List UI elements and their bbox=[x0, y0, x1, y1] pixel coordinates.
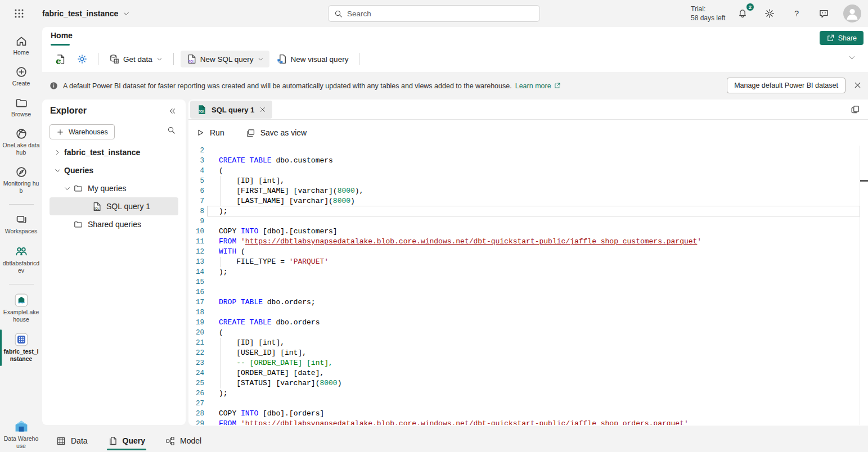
code-text: [STATUS] [varchar](8000) bbox=[219, 378, 341, 388]
query-tab[interactable]: SQL SQL query 1 bbox=[190, 101, 272, 119]
nav-rail-item-onelake-data-hub[interactable]: OneLake data hub bbox=[0, 128, 42, 156]
code-text: ); bbox=[219, 388, 228, 399]
close-tab-icon[interactable] bbox=[259, 106, 266, 113]
help-button[interactable]: ? bbox=[789, 6, 804, 21]
home-icon bbox=[15, 35, 28, 47]
global-search[interactable] bbox=[328, 5, 540, 22]
chevron-down-icon bbox=[156, 56, 163, 62]
nav-rail: Home Create Browse OneLake data hub Moni… bbox=[0, 27, 42, 452]
code-line-22[interactable]: 22 [USER_ID] [int], bbox=[188, 348, 868, 358]
bottom-tab-query[interactable]: Query bbox=[108, 430, 145, 452]
new-sql-query-button[interactable]: SQL New SQL query bbox=[181, 51, 269, 67]
tree-item-queries[interactable]: Queries bbox=[50, 161, 178, 179]
line-number: 2 bbox=[188, 146, 204, 156]
get-data-button[interactable]: Get data bbox=[105, 51, 167, 67]
account-avatar[interactable] bbox=[843, 4, 861, 22]
feedback-button[interactable] bbox=[816, 6, 831, 21]
line-number: 24 bbox=[188, 368, 204, 378]
tree-item-label: Shared queries bbox=[88, 220, 141, 229]
ribbon-tab-home[interactable]: Home bbox=[51, 31, 73, 40]
tree-item-fabric-test-instance[interactable]: fabric_test_instance bbox=[50, 143, 178, 161]
code-line-23[interactable]: 23 -- [ORDER_DATE] [int], bbox=[188, 358, 868, 368]
share-button[interactable]: Share bbox=[820, 31, 863, 45]
code-line-18[interactable]: 18 bbox=[188, 308, 868, 318]
nav-rail-item-data-warehouse[interactable]: Data Warehouse bbox=[0, 419, 42, 450]
code-text: CREATE TABLE dbo.orders bbox=[219, 318, 320, 328]
monitoring-icon bbox=[15, 166, 28, 178]
code-line-29[interactable]: 29FROM 'https://dbtlabsynapsedatalake.bl… bbox=[188, 419, 868, 425]
refresh-settings-button[interactable] bbox=[51, 51, 70, 67]
nav-rail-item-examplelakehouse[interactable]: ExampleLakehouse bbox=[0, 293, 42, 323]
code-line-3[interactable]: 3CREATE TABLE dbo.customers bbox=[188, 156, 868, 166]
code-line-5[interactable]: 5 [ID] [int], bbox=[188, 176, 868, 186]
add-warehouses-button[interactable]: Warehouses bbox=[50, 124, 115, 139]
code-line-7[interactable]: 7 [LAST_NAME] [varchar](8000) bbox=[188, 196, 868, 206]
code-editor[interactable]: 23CREATE TABLE dbo.customers4(5 [ID] [in… bbox=[188, 146, 868, 425]
nav-rail-item-create[interactable]: Create bbox=[0, 66, 42, 87]
app-launcher-icon[interactable] bbox=[12, 7, 26, 20]
banner-close-icon[interactable] bbox=[853, 81, 862, 89]
code-line-27[interactable]: 27 bbox=[188, 399, 868, 409]
code-line-21[interactable]: 21 [ID] [int], bbox=[188, 338, 868, 348]
code-line-24[interactable]: 24 [ORDER_DATE] [date], bbox=[188, 368, 868, 378]
code-line-11[interactable]: 11FROM 'https://dbtlabsynapsedatalake.bl… bbox=[188, 237, 868, 247]
chevron-right-icon[interactable] bbox=[53, 149, 62, 156]
code-line-4[interactable]: 4( bbox=[188, 166, 868, 176]
tree-item-shared-queries[interactable]: Shared queries bbox=[50, 215, 178, 233]
code-line-2[interactable]: 2 bbox=[188, 146, 868, 156]
code-line-12[interactable]: 12WITH ( bbox=[188, 247, 868, 257]
tree-item-label: Queries bbox=[64, 166, 93, 175]
copy-icon[interactable] bbox=[851, 105, 860, 114]
ribbon-collapse-chevron[interactable] bbox=[848, 54, 856, 61]
sql-file-icon: SQL bbox=[186, 54, 196, 64]
bottom-tab-data[interactable]: Data bbox=[56, 430, 88, 452]
chevron-down-icon[interactable] bbox=[62, 185, 71, 192]
notifications-button[interactable]: 2 bbox=[735, 6, 750, 21]
code-line-19[interactable]: 19CREATE TABLE dbo.orders bbox=[188, 318, 868, 328]
chevron-down-icon[interactable] bbox=[53, 167, 62, 174]
code-line-25[interactable]: 25 [STATUS] [varchar](8000) bbox=[188, 378, 868, 388]
nav-rail-item-dbtlabsfabricdev[interactable]: dbtlabsfabricdev bbox=[0, 245, 42, 274]
collapse-panel-icon[interactable] bbox=[168, 107, 177, 115]
code-line-9[interactable]: 9 bbox=[188, 216, 868, 227]
warehouse-settings-button[interactable] bbox=[73, 51, 91, 67]
nav-rail-item-browse[interactable]: Browse bbox=[0, 97, 42, 118]
bottom-tab-label: Data bbox=[71, 436, 88, 445]
code-text: ); bbox=[219, 206, 228, 216]
nav-rail-item-home[interactable]: Home bbox=[0, 35, 42, 56]
folder-icon bbox=[74, 220, 83, 229]
toolbar-divider bbox=[98, 53, 98, 65]
nav-rail-item-fabric-test-instance[interactable]: fabric_test_instance bbox=[0, 333, 42, 363]
code-line-16[interactable]: 16 bbox=[188, 287, 868, 297]
code-line-8[interactable]: 8); bbox=[188, 206, 868, 216]
code-line-28[interactable]: 28COPY INTO [dbo].[orders] bbox=[188, 409, 868, 419]
editor-tab-bar: SQL SQL query 1 bbox=[188, 100, 868, 120]
explorer-search-icon[interactable] bbox=[167, 126, 176, 134]
line-number: 12 bbox=[188, 247, 204, 257]
new-visual-query-button[interactable]: New visual query bbox=[273, 51, 353, 67]
code-line-20[interactable]: 20( bbox=[188, 328, 868, 338]
nav-rail-item-monitoring-hub[interactable]: Monitoring hub bbox=[0, 166, 42, 195]
settings-button[interactable] bbox=[762, 6, 777, 21]
manage-dataset-button[interactable]: Manage default Power BI dataset bbox=[727, 78, 845, 93]
save-as-view-button[interactable]: Save as view bbox=[246, 128, 307, 138]
workspace-switcher[interactable]: fabric_test_instance bbox=[42, 7, 130, 20]
run-button[interactable]: Run bbox=[196, 128, 224, 137]
search-input[interactable] bbox=[347, 10, 534, 18]
rail-item-label: Create bbox=[3, 80, 40, 87]
explorer-title: Explorer bbox=[50, 106, 87, 116]
bottom-tab-model[interactable]: Model bbox=[165, 430, 201, 452]
tree-item-sql-query-1[interactable]: SQLSQL query 1 bbox=[50, 197, 178, 215]
line-number: 29 bbox=[188, 419, 204, 425]
learn-more-link[interactable]: Learn more bbox=[515, 82, 561, 90]
code-line-6[interactable]: 6 [FIRST_NAME] [varchar](8000), bbox=[188, 186, 868, 196]
code-line-15[interactable]: 15 bbox=[188, 277, 868, 287]
explorer-tree: fabric_test_instanceQueriesMy queriesSQL… bbox=[42, 143, 186, 233]
tree-item-my-queries[interactable]: My queries bbox=[50, 179, 178, 197]
code-line-13[interactable]: 13 FILE_TYPE = 'PARQUET' bbox=[188, 257, 868, 267]
code-line-26[interactable]: 26); bbox=[188, 388, 868, 399]
nav-rail-item-workspaces[interactable]: Workspaces bbox=[0, 214, 42, 235]
code-line-17[interactable]: 17DROP TABLE dbo.orders; bbox=[188, 297, 868, 308]
code-line-10[interactable]: 10COPY INTO [dbo].[customers] bbox=[188, 227, 868, 237]
code-line-14[interactable]: 14); bbox=[188, 267, 868, 277]
